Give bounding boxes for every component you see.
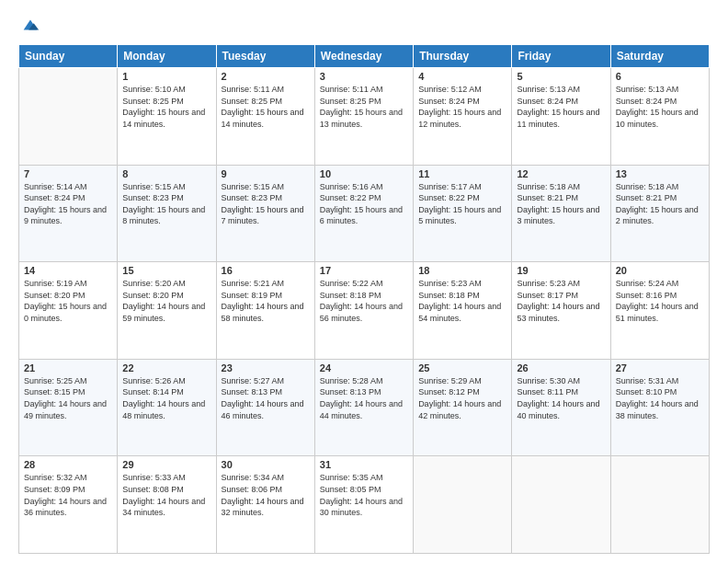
day-number: 1 bbox=[122, 71, 210, 82]
day-cell bbox=[19, 68, 118, 166]
day-cell: 24 Sunrise: 5:28 AMSunset: 8:13 PMDaylig… bbox=[314, 359, 413, 456]
day-info: Sunrise: 5:23 AMSunset: 8:18 PMDaylight:… bbox=[418, 278, 506, 324]
header bbox=[18, 15, 710, 35]
header-row: Sunday Monday Tuesday Wednesday Thursday… bbox=[19, 45, 710, 68]
day-info: Sunrise: 5:18 AMSunset: 8:21 PMDaylight:… bbox=[616, 181, 704, 227]
day-cell: 19 Sunrise: 5:23 AMSunset: 8:17 PMDaylig… bbox=[512, 262, 610, 360]
day-cell: 6 Sunrise: 5:13 AMSunset: 8:24 PMDayligh… bbox=[610, 68, 709, 166]
day-number: 28 bbox=[24, 459, 112, 470]
calendar-table: Sunday Monday Tuesday Wednesday Thursday… bbox=[18, 44, 710, 554]
day-number: 2 bbox=[222, 71, 310, 82]
day-number: 14 bbox=[24, 265, 112, 276]
day-cell: 5 Sunrise: 5:13 AMSunset: 8:24 PMDayligh… bbox=[512, 68, 610, 166]
day-cell: 16 Sunrise: 5:21 AMSunset: 8:19 PMDaylig… bbox=[216, 262, 314, 360]
day-number: 19 bbox=[517, 265, 605, 276]
day-info: Sunrise: 5:30 AMSunset: 8:11 PMDaylight:… bbox=[517, 375, 605, 421]
day-number: 31 bbox=[320, 459, 408, 470]
day-number: 21 bbox=[24, 362, 112, 373]
day-cell: 14 Sunrise: 5:19 AMSunset: 8:20 PMDaylig… bbox=[19, 262, 118, 360]
day-cell: 20 Sunrise: 5:24 AMSunset: 8:16 PMDaylig… bbox=[610, 262, 709, 360]
day-number: 7 bbox=[24, 168, 112, 179]
day-info: Sunrise: 5:24 AMSunset: 8:16 PMDaylight:… bbox=[616, 278, 704, 324]
day-info: Sunrise: 5:29 AMSunset: 8:12 PMDaylight:… bbox=[418, 375, 506, 421]
day-info: Sunrise: 5:16 AMSunset: 8:22 PMDaylight:… bbox=[320, 181, 408, 227]
day-cell: 31 Sunrise: 5:35 AMSunset: 8:05 PMDaylig… bbox=[314, 456, 413, 554]
day-info: Sunrise: 5:27 AMSunset: 8:13 PMDaylight:… bbox=[222, 375, 310, 421]
col-tuesday: Tuesday bbox=[216, 45, 314, 68]
day-info: Sunrise: 5:33 AMSunset: 8:08 PMDaylight:… bbox=[122, 472, 210, 518]
day-number: 13 bbox=[616, 168, 704, 179]
day-number: 5 bbox=[517, 71, 605, 82]
day-info: Sunrise: 5:35 AMSunset: 8:05 PMDaylight:… bbox=[320, 472, 408, 518]
day-number: 22 bbox=[122, 362, 210, 373]
day-number: 6 bbox=[616, 71, 704, 82]
calendar-body: 1 Sunrise: 5:10 AMSunset: 8:25 PMDayligh… bbox=[19, 68, 710, 554]
day-info: Sunrise: 5:32 AMSunset: 8:09 PMDaylight:… bbox=[24, 472, 112, 518]
day-info: Sunrise: 5:12 AMSunset: 8:24 PMDaylight:… bbox=[418, 84, 506, 130]
day-info: Sunrise: 5:19 AMSunset: 8:20 PMDaylight:… bbox=[24, 278, 112, 324]
day-info: Sunrise: 5:20 AMSunset: 8:20 PMDaylight:… bbox=[122, 278, 210, 324]
day-cell: 27 Sunrise: 5:31 AMSunset: 8:10 PMDaylig… bbox=[610, 359, 709, 456]
day-cell: 17 Sunrise: 5:22 AMSunset: 8:18 PMDaylig… bbox=[314, 262, 413, 360]
calendar: Sunday Monday Tuesday Wednesday Thursday… bbox=[18, 44, 710, 554]
day-cell: 25 Sunrise: 5:29 AMSunset: 8:12 PMDaylig… bbox=[414, 359, 512, 456]
day-number: 17 bbox=[320, 265, 408, 276]
day-info: Sunrise: 5:23 AMSunset: 8:17 PMDaylight:… bbox=[517, 278, 605, 324]
day-cell: 23 Sunrise: 5:27 AMSunset: 8:13 PMDaylig… bbox=[216, 359, 314, 456]
day-cell: 3 Sunrise: 5:11 AMSunset: 8:25 PMDayligh… bbox=[314, 68, 413, 166]
day-info: Sunrise: 5:34 AMSunset: 8:06 PMDaylight:… bbox=[222, 472, 310, 518]
week-row-5: 28 Sunrise: 5:32 AMSunset: 8:09 PMDaylig… bbox=[19, 456, 710, 554]
day-number: 24 bbox=[320, 362, 408, 373]
day-info: Sunrise: 5:13 AMSunset: 8:24 PMDaylight:… bbox=[517, 84, 605, 130]
day-cell: 10 Sunrise: 5:16 AMSunset: 8:22 PMDaylig… bbox=[314, 165, 413, 262]
day-number: 3 bbox=[320, 71, 408, 82]
logo bbox=[18, 15, 40, 35]
day-info: Sunrise: 5:25 AMSunset: 8:15 PMDaylight:… bbox=[24, 375, 112, 421]
day-cell: 21 Sunrise: 5:25 AMSunset: 8:15 PMDaylig… bbox=[19, 359, 118, 456]
day-info: Sunrise: 5:15 AMSunset: 8:23 PMDaylight:… bbox=[122, 181, 210, 227]
day-number: 26 bbox=[517, 362, 605, 373]
day-number: 9 bbox=[222, 168, 310, 179]
day-number: 29 bbox=[122, 459, 210, 470]
col-friday: Friday bbox=[512, 45, 610, 68]
day-number: 10 bbox=[320, 168, 408, 179]
col-wednesday: Wednesday bbox=[314, 45, 413, 68]
day-info: Sunrise: 5:11 AMSunset: 8:25 PMDaylight:… bbox=[320, 84, 408, 130]
day-number: 4 bbox=[418, 71, 506, 82]
day-cell: 13 Sunrise: 5:18 AMSunset: 8:21 PMDaylig… bbox=[610, 165, 709, 262]
logo-icon bbox=[20, 15, 40, 35]
day-info: Sunrise: 5:11 AMSunset: 8:25 PMDaylight:… bbox=[222, 84, 310, 130]
day-cell: 22 Sunrise: 5:26 AMSunset: 8:14 PMDaylig… bbox=[118, 359, 216, 456]
col-saturday: Saturday bbox=[610, 45, 709, 68]
day-info: Sunrise: 5:14 AMSunset: 8:24 PMDaylight:… bbox=[24, 181, 112, 227]
day-info: Sunrise: 5:31 AMSunset: 8:10 PMDaylight:… bbox=[616, 375, 704, 421]
day-info: Sunrise: 5:22 AMSunset: 8:18 PMDaylight:… bbox=[320, 278, 408, 324]
day-cell: 11 Sunrise: 5:17 AMSunset: 8:22 PMDaylig… bbox=[414, 165, 512, 262]
day-cell bbox=[610, 456, 709, 554]
day-number: 25 bbox=[418, 362, 506, 373]
col-sunday: Sunday bbox=[19, 45, 118, 68]
day-number: 20 bbox=[616, 265, 704, 276]
day-info: Sunrise: 5:17 AMSunset: 8:22 PMDaylight:… bbox=[418, 181, 506, 227]
day-cell: 9 Sunrise: 5:15 AMSunset: 8:23 PMDayligh… bbox=[216, 165, 314, 262]
day-info: Sunrise: 5:18 AMSunset: 8:21 PMDaylight:… bbox=[517, 181, 605, 227]
day-number: 12 bbox=[517, 168, 605, 179]
day-cell: 18 Sunrise: 5:23 AMSunset: 8:18 PMDaylig… bbox=[414, 262, 512, 360]
day-cell bbox=[414, 456, 512, 554]
col-thursday: Thursday bbox=[414, 45, 512, 68]
day-cell: 1 Sunrise: 5:10 AMSunset: 8:25 PMDayligh… bbox=[118, 68, 216, 166]
week-row-3: 14 Sunrise: 5:19 AMSunset: 8:20 PMDaylig… bbox=[19, 262, 710, 360]
day-number: 15 bbox=[122, 265, 210, 276]
day-cell: 29 Sunrise: 5:33 AMSunset: 8:08 PMDaylig… bbox=[118, 456, 216, 554]
day-cell: 26 Sunrise: 5:30 AMSunset: 8:11 PMDaylig… bbox=[512, 359, 610, 456]
day-cell bbox=[512, 456, 610, 554]
day-info: Sunrise: 5:21 AMSunset: 8:19 PMDaylight:… bbox=[222, 278, 310, 324]
day-cell: 8 Sunrise: 5:15 AMSunset: 8:23 PMDayligh… bbox=[118, 165, 216, 262]
day-number: 16 bbox=[222, 265, 310, 276]
day-cell: 15 Sunrise: 5:20 AMSunset: 8:20 PMDaylig… bbox=[118, 262, 216, 360]
day-number: 8 bbox=[122, 168, 210, 179]
day-info: Sunrise: 5:13 AMSunset: 8:24 PMDaylight:… bbox=[616, 84, 704, 130]
week-row-2: 7 Sunrise: 5:14 AMSunset: 8:24 PMDayligh… bbox=[19, 165, 710, 262]
day-number: 23 bbox=[222, 362, 310, 373]
day-info: Sunrise: 5:26 AMSunset: 8:14 PMDaylight:… bbox=[122, 375, 210, 421]
